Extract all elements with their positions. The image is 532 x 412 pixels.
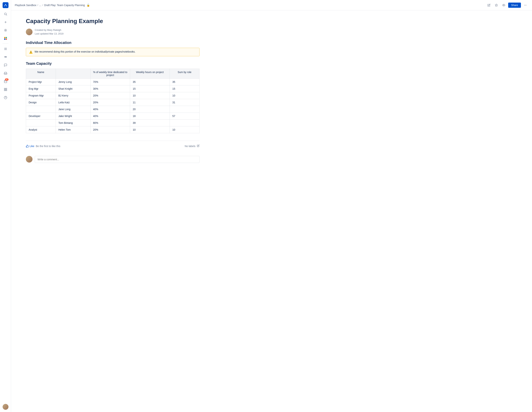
help-icon-btn[interactable]	[2, 94, 9, 101]
table-row: Analyst Helen Tom 20% 10 10	[26, 126, 200, 133]
like-button[interactable]: Like	[26, 145, 34, 148]
like-section: Like Be the first to like this	[26, 145, 60, 148]
watch-button[interactable]	[501, 2, 507, 8]
warning-icon: ⚠️	[29, 50, 33, 54]
cell-sum: 10	[170, 92, 200, 99]
cell-role: Project Mgr	[26, 79, 56, 85]
table-row: Tom Bintang 80% 39	[26, 119, 200, 126]
comment-input[interactable]	[35, 156, 200, 163]
cell-pct: 40%	[90, 113, 130, 119]
svg-point-24	[524, 5, 525, 5]
template-icon-btn[interactable]	[2, 35, 9, 42]
cell-pct: 20%	[90, 126, 130, 133]
cell-person: Helen Tom	[56, 126, 90, 133]
topnav: Playbook Sandbox / ... / Draft Play: Tea…	[11, 0, 532, 10]
like-subtext: Be the first to like this	[36, 145, 60, 148]
table-row: Project Mgr Jenny Long 70% 35 35	[26, 79, 200, 85]
calendar-icon-btn[interactable]: 9+	[2, 78, 9, 85]
quote-icon-btn[interactable]	[2, 53, 9, 61]
commenter-avatar	[26, 156, 32, 163]
labels-section: No labels	[185, 145, 200, 148]
grid-icon-btn[interactable]	[2, 86, 9, 93]
info-box-text: We recommend doing this portion of the e…	[35, 50, 135, 53]
svg-rect-17	[6, 88, 7, 89]
cell-sum	[170, 106, 200, 113]
cell-sum: 31	[170, 99, 200, 106]
author-avatar	[26, 29, 32, 35]
svg-rect-7	[4, 38, 5, 40]
comment-section	[26, 156, 200, 163]
cell-role: Eng Mgr	[26, 85, 56, 92]
svg-rect-16	[4, 88, 5, 89]
col-header-sum: Sum by role	[170, 69, 200, 79]
cell-pct: 40%	[90, 106, 130, 113]
cell-person: Shari Knight	[56, 85, 90, 92]
chat-icon-btn[interactable]	[2, 61, 9, 69]
cell-pct: 20%	[90, 92, 130, 99]
more-button[interactable]	[522, 2, 528, 8]
cell-hours: 20	[130, 106, 170, 113]
like-label: Like	[29, 145, 34, 148]
breadcrumb: Playbook Sandbox / ... / Draft Play: Tea…	[15, 4, 484, 7]
section2-heading: Team Capacity	[26, 61, 200, 66]
info-box: ⚠️ We recommend doing this portion of th…	[26, 48, 200, 56]
cell-sum: 15	[170, 85, 200, 92]
cell-pct: 20%	[90, 99, 130, 106]
table-row: Jane Long 40% 20	[26, 106, 200, 113]
last-updated: Last updated Mar 13, 2019	[35, 32, 63, 36]
user-avatar-sidebar[interactable]	[3, 404, 9, 410]
cell-person: Jane Long	[56, 106, 90, 113]
col-header-pct: % of weekly time dedicated to project	[90, 69, 130, 79]
star-button[interactable]	[494, 2, 499, 8]
author-text: Created by Mary Raleigh Last updated Mar…	[35, 28, 63, 36]
table-row: Eng Mgr Shari Knight 30% 15 15	[26, 85, 200, 92]
search-icon-btn[interactable]	[2, 10, 9, 18]
app-logo[interactable]	[3, 2, 9, 8]
cell-hours: 10	[130, 126, 170, 133]
breadcrumb-root[interactable]: Playbook Sandbox	[15, 4, 36, 7]
page-footer: Like Be the first to like this No labels	[26, 141, 200, 151]
capacity-table: Name % of weekly time dedicated to proje…	[26, 69, 200, 133]
cell-hours: 10	[130, 92, 170, 99]
created-by: Created by Mary Raleigh	[35, 28, 63, 32]
col-header-name: Name	[26, 69, 56, 79]
cell-person: Jenny Long	[56, 79, 90, 85]
cell-role	[26, 106, 56, 113]
cell-hours: 11	[130, 99, 170, 106]
cell-hours: 39	[130, 119, 170, 126]
svg-point-26	[526, 5, 526, 5]
cell-person: Leila Katz	[56, 99, 90, 106]
sidebar: 9+	[0, 0, 11, 412]
list-icon-btn[interactable]	[2, 45, 9, 53]
inbox-icon-btn[interactable]	[2, 70, 9, 77]
cell-pct: 30%	[90, 85, 130, 92]
breadcrumb-ellipsis[interactable]: ...	[39, 4, 41, 7]
author-block: Created by Mary Raleigh Last updated Mar…	[26, 28, 200, 36]
breadcrumb-current: Draft Play: Team Capacity Planning	[44, 4, 85, 7]
svg-line-1	[6, 15, 7, 15]
svg-point-25	[525, 5, 526, 5]
edit-button[interactable]	[486, 2, 492, 8]
user-avatar-img	[3, 404, 9, 410]
svg-rect-19	[6, 90, 7, 91]
cell-sum: 10	[170, 126, 200, 133]
bug-icon-btn[interactable]	[2, 27, 9, 34]
svg-rect-6	[6, 37, 7, 38]
page-content: Capacity Planning Example Created by Mar…	[11, 10, 214, 412]
cell-person: Tom Bintang	[56, 119, 90, 126]
cell-role	[26, 119, 56, 126]
cell-role: Design	[26, 99, 56, 106]
table-row: Developer Jake Wright 40% 18 57	[26, 113, 200, 119]
svg-rect-12	[4, 80, 7, 83]
labels-edit-button[interactable]	[197, 145, 200, 148]
create-icon-btn[interactable]	[2, 18, 9, 26]
lock-icon: 🔓	[87, 4, 90, 7]
svg-rect-18	[4, 90, 5, 91]
cell-hours: 18	[130, 113, 170, 119]
section1-heading: Individual Time Allocation	[26, 41, 200, 45]
table-header-row: Name % of weekly time dedicated to proje…	[26, 69, 200, 79]
table-row: Program Mgr BJ Kerry 20% 10 10	[26, 92, 200, 99]
cell-person: Jake Wright	[56, 113, 90, 119]
cell-hours: 15	[130, 85, 170, 92]
share-button[interactable]: Share	[508, 3, 521, 8]
